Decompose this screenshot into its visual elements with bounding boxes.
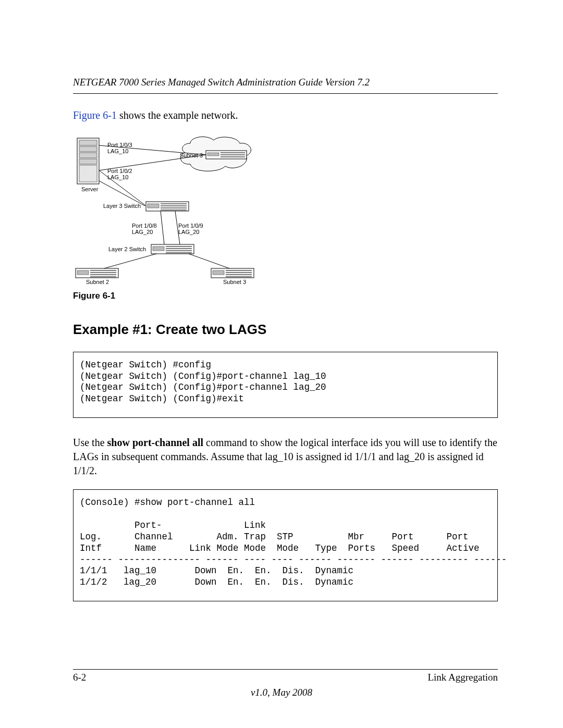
svg-rect-30 [77, 270, 89, 275]
section-heading: Example #1: Create two LAGS [73, 320, 498, 339]
para-pre: Use the [73, 437, 107, 448]
svg-line-42 [189, 254, 229, 268]
intro-paragraph: Figure 6-1 shows the example network. [73, 108, 498, 122]
diagram-label-subnet3-bottom: Subnet 3 [223, 279, 246, 286]
version-footer: v1.0, May 2008 [0, 686, 563, 699]
svg-rect-14 [148, 204, 159, 208]
svg-rect-7 [207, 153, 219, 156]
svg-rect-22 [153, 246, 164, 251]
diagram-label-l3-switch: Layer 3 Switch [103, 203, 141, 209]
svg-rect-3 [79, 153, 97, 158]
svg-rect-5 [79, 165, 97, 182]
code-block-config: (Netgear Switch) #config (Netgear Switch… [73, 352, 498, 418]
command-name-bold: show port-channel all [107, 437, 203, 448]
svg-line-41 [104, 254, 156, 268]
diagram-label-port-108: Port 1/0/8 LAG_20 [132, 223, 157, 236]
section-title-footer: Link Aggregation [427, 671, 498, 684]
diagram-label-l2-switch: Layer 2 Switch [108, 246, 146, 253]
svg-line-19 [99, 181, 145, 206]
footer-rule [73, 669, 498, 670]
diagram-label-server: Server [81, 186, 98, 193]
svg-rect-1 [79, 140, 97, 145]
diagram-label-subnet3-cloud: Subnet 3 [180, 152, 203, 159]
intro-text: shows the example network. [117, 109, 238, 121]
diagram-label-port-109: Port 1/0/9 LAG_20 [178, 223, 203, 236]
svg-rect-2 [79, 146, 97, 152]
figure-caption: Figure 6-1 [73, 290, 498, 302]
svg-line-27 [161, 211, 164, 244]
network-diagram: Port 1/0/3 LAG_10 Port 1/0/2 LAG_10 Subn… [73, 134, 266, 285]
svg-rect-4 [79, 159, 97, 164]
running-header: NETGEAR 7000 Series Managed Switch Admin… [73, 76, 498, 94]
document-page: NETGEAR 7000 Series Managed Switch Admin… [0, 0, 563, 728]
diagram-label-port-103: Port 1/0/3 LAG_10 [107, 142, 132, 155]
diagram-label-port-102: Port 1/0/2 LAG_10 [107, 168, 132, 181]
svg-rect-36 [213, 270, 224, 275]
code-block-show-output: (Console) #show port-channel all Port- L… [73, 489, 498, 601]
explanation-paragraph: Use the show port-channel all command to… [73, 436, 498, 478]
figure-reference-link[interactable]: Figure 6-1 [73, 109, 117, 121]
diagram-label-subnet2: Subnet 2 [86, 279, 109, 286]
diagram-svg [73, 134, 266, 285]
page-number: 6-2 [73, 671, 86, 684]
